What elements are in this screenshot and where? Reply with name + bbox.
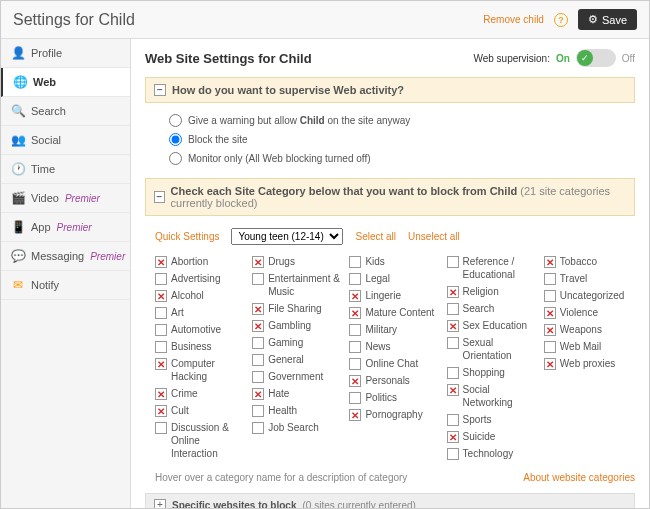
- category-checkbox[interactable]: [349, 256, 361, 268]
- section-categories-title: Check each Site Category below that you …: [171, 185, 626, 209]
- save-button[interactable]: ⚙ Save: [578, 9, 637, 30]
- sidebar-item-messaging[interactable]: 💬Messaging Premier: [1, 242, 130, 271]
- category-column: Reference / EducationalReligionSearchSex…: [447, 253, 538, 462]
- category-checkbox[interactable]: [349, 375, 361, 387]
- category-checkbox[interactable]: [447, 367, 459, 379]
- category-checkbox[interactable]: [349, 409, 361, 421]
- time-icon: 🕐: [11, 162, 25, 176]
- category-checkbox[interactable]: [252, 337, 264, 349]
- category-checkbox[interactable]: [349, 392, 361, 404]
- category-checkbox[interactable]: [544, 273, 556, 285]
- category-label: Suicide: [463, 430, 496, 443]
- category-column: TobaccoTravelUncategorizedViolenceWeapon…: [544, 253, 635, 462]
- collapse-icon[interactable]: −: [154, 84, 166, 96]
- category-checkbox[interactable]: [155, 422, 167, 434]
- category-checkbox[interactable]: [155, 256, 167, 268]
- category-row: Weapons: [544, 321, 635, 338]
- category-row: Health: [252, 402, 343, 419]
- age-select[interactable]: Young teen (12-14): [231, 228, 343, 245]
- sidebar-item-video[interactable]: 🎬Video Premier: [1, 184, 130, 213]
- category-checkbox[interactable]: [252, 405, 264, 417]
- category-checkbox[interactable]: [544, 256, 556, 268]
- sidebar-item-notify[interactable]: ✉Notify: [1, 271, 130, 300]
- category-checkbox[interactable]: [544, 358, 556, 370]
- category-checkbox[interactable]: [447, 286, 459, 298]
- category-checkbox[interactable]: [155, 290, 167, 302]
- about-categories-link[interactable]: About website categories: [523, 472, 635, 483]
- category-checkbox[interactable]: [447, 337, 459, 349]
- category-checkbox[interactable]: [155, 324, 167, 336]
- category-checkbox[interactable]: [349, 290, 361, 302]
- category-checkbox[interactable]: [155, 273, 167, 285]
- page-title: Settings for Child: [13, 11, 135, 29]
- category-checkbox[interactable]: [447, 303, 459, 315]
- help-icon[interactable]: ?: [554, 13, 568, 27]
- category-row: Abortion: [155, 253, 246, 270]
- category-checkbox[interactable]: [447, 431, 459, 443]
- category-checkbox[interactable]: [447, 320, 459, 332]
- category-checkbox[interactable]: [447, 256, 459, 268]
- category-row: Web proxies: [544, 355, 635, 372]
- sidebar-item-social[interactable]: 👥Social: [1, 126, 130, 155]
- messaging-icon: 💬: [11, 249, 25, 263]
- radio-input[interactable]: [169, 152, 182, 165]
- sidebar-item-label: App: [31, 221, 51, 233]
- category-label: Drugs: [268, 255, 295, 268]
- select-all-link[interactable]: Select all: [355, 231, 396, 242]
- remove-child-link[interactable]: Remove child: [483, 14, 544, 25]
- category-checkbox[interactable]: [252, 422, 264, 434]
- category-checkbox[interactable]: [447, 448, 459, 460]
- header: Settings for Child Remove child ? ⚙ Save: [1, 1, 649, 39]
- category-checkbox[interactable]: [252, 303, 264, 315]
- supervise-option-1[interactable]: Block the site: [169, 130, 635, 149]
- category-label: Automotive: [171, 323, 221, 336]
- category-checkbox[interactable]: [252, 371, 264, 383]
- quick-settings-label: Quick Settings: [155, 231, 219, 242]
- radio-input[interactable]: [169, 114, 182, 127]
- expand-icon[interactable]: +: [154, 499, 166, 508]
- category-checkbox[interactable]: [252, 354, 264, 366]
- category-label: Lingerie: [365, 289, 401, 302]
- category-checkbox[interactable]: [155, 358, 167, 370]
- category-row: Web Mail: [544, 338, 635, 355]
- collapse-icon[interactable]: −: [154, 191, 165, 203]
- sidebar-item-profile[interactable]: 👤Profile: [1, 39, 130, 68]
- category-checkbox[interactable]: [155, 388, 167, 400]
- category-checkbox[interactable]: [252, 320, 264, 332]
- category-checkbox[interactable]: [349, 358, 361, 370]
- sidebar-item-label: Messaging: [31, 250, 84, 262]
- sidebar-item-label: Time: [31, 163, 55, 175]
- sidebar-item-search[interactable]: 🔍Search: [1, 97, 130, 126]
- category-checkbox[interactable]: [544, 341, 556, 353]
- category-checkbox[interactable]: [155, 307, 167, 319]
- supervision-toggle[interactable]: ✓: [576, 49, 616, 67]
- category-checkbox[interactable]: [252, 256, 264, 268]
- main-title: Web Site Settings for Child: [145, 51, 312, 66]
- category-label: Kids: [365, 255, 384, 268]
- category-checkbox[interactable]: [447, 384, 459, 396]
- category-checkbox[interactable]: [252, 388, 264, 400]
- category-checkbox[interactable]: [544, 324, 556, 336]
- sidebar-item-app[interactable]: 📱App Premier: [1, 213, 130, 242]
- specific-block-header[interactable]: + Specific websites to block (0 sites cu…: [145, 493, 635, 508]
- category-checkbox[interactable]: [349, 324, 361, 336]
- category-label: Travel: [560, 272, 587, 285]
- category-checkbox[interactable]: [544, 290, 556, 302]
- unselect-all-link[interactable]: Unselect all: [408, 231, 460, 242]
- category-checkbox[interactable]: [155, 405, 167, 417]
- category-checkbox[interactable]: [349, 307, 361, 319]
- app-window: Settings for Child Remove child ? ⚙ Save…: [0, 0, 650, 509]
- category-checkbox[interactable]: [252, 273, 264, 285]
- sidebar-item-time[interactable]: 🕐Time: [1, 155, 130, 184]
- category-row: Travel: [544, 270, 635, 287]
- category-checkbox[interactable]: [349, 341, 361, 353]
- sidebar-item-web[interactable]: 🌐Web: [1, 68, 130, 97]
- category-checkbox[interactable]: [544, 307, 556, 319]
- category-checkbox[interactable]: [447, 414, 459, 426]
- category-checkbox[interactable]: [155, 341, 167, 353]
- radio-input[interactable]: [169, 133, 182, 146]
- supervise-option-2[interactable]: Monitor only (All Web blocking turned of…: [169, 149, 635, 168]
- category-checkbox[interactable]: [349, 273, 361, 285]
- category-label: Legal: [365, 272, 389, 285]
- supervise-option-0[interactable]: Give a warning but allow Child on the si…: [169, 111, 635, 130]
